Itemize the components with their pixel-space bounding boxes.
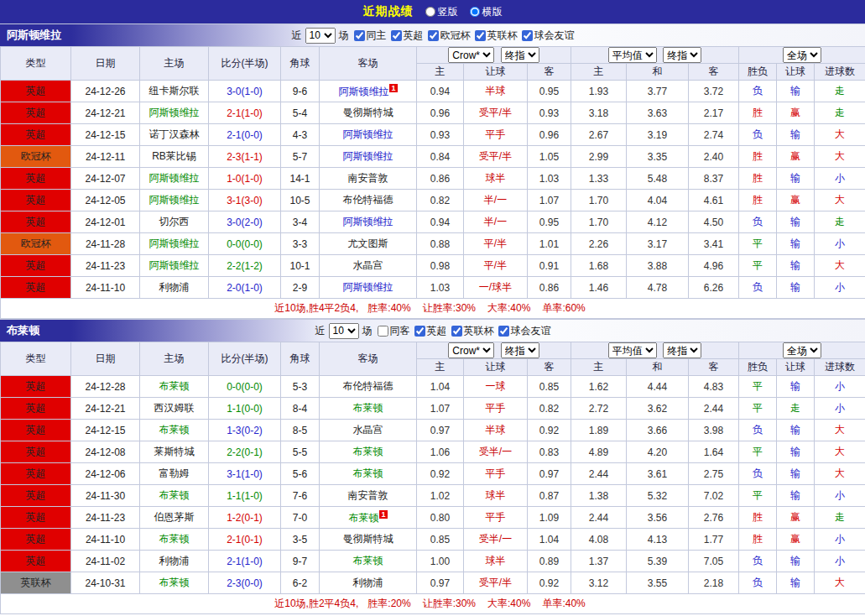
result-cell: 平 <box>739 255 777 277</box>
league-cell: 英超 <box>1 190 71 211</box>
col-header-euro-draw: 和 <box>627 359 689 376</box>
league-filter-1-checkbox[interactable] <box>428 30 439 41</box>
summary-rate: 单率:60% <box>542 302 585 314</box>
score-cell: 0-0(0-0) <box>209 376 281 398</box>
goals-result-cell: 走 <box>815 211 865 233</box>
euro-draw-odds-cell: 4.20 <box>627 441 689 463</box>
col-header-result: 胜负 <box>739 64 777 81</box>
league-filter-0-label: 英超 <box>404 29 424 43</box>
col-header-asia-home: 主 <box>417 64 464 81</box>
league-cell: 英超 <box>1 102 71 124</box>
league-filter-0-checkbox[interactable] <box>414 326 425 337</box>
recent-label: 近 <box>292 29 302 43</box>
col-header-type: 类型 <box>1 342 71 376</box>
corner-cell: 3-3 <box>281 233 320 255</box>
goals-result-cell: 大 <box>815 463 865 485</box>
same-venue-filter[interactable]: 同主 <box>350 29 387 43</box>
league-filter-0[interactable]: 英超 <box>387 29 424 43</box>
same-venue-filter-checkbox[interactable] <box>354 30 365 41</box>
asia-home-odds-cell: 0.93 <box>417 124 464 146</box>
col-header-home: 主场 <box>140 342 209 376</box>
league-filter-3[interactable]: 球会友谊 <box>518 29 575 43</box>
league-cell: 英超 <box>1 551 71 572</box>
layout-vertical-radio[interactable] <box>425 7 435 17</box>
euro-away-odds-cell: 2.75 <box>689 463 739 485</box>
league-filter-2[interactable]: 英联杯 <box>471 29 518 43</box>
table-row: 英超24-12-21西汉姆联1-1(0-0)8-4布莱顿1.07平手0.822.… <box>1 398 865 420</box>
col-header-date: 日期 <box>71 342 140 376</box>
layout-vertical-option[interactable]: 竖版 <box>425 5 458 19</box>
euro-away-odds-cell: 2.40 <box>689 146 739 168</box>
asia-home-odds-cell: 0.96 <box>417 102 464 124</box>
col-header-date: 日期 <box>71 47 140 81</box>
match-count-select[interactable]: 10 <box>305 28 336 44</box>
euro-time-select[interactable]: 终指 <box>663 342 701 358</box>
table-row: 英超24-12-01切尔西3-0(2-0)3-4阿斯顿维拉0.94半/一0.95… <box>1 211 865 233</box>
summary-rates: 胜率:20%让胜率:30%大率:40%单率:40% <box>362 598 591 609</box>
asia-time-select[interactable]: 终指 <box>501 47 539 63</box>
handicap-result-cell: 输 <box>777 551 815 572</box>
away-team-cell: 利物浦 <box>320 572 417 594</box>
league-cell: 英超 <box>1 124 71 146</box>
layout-horizontal-option[interactable]: 横版 <box>470 5 503 19</box>
same-venue-filter-checkbox[interactable] <box>378 326 388 337</box>
table-row: 英超24-11-10利物浦2-0(1-0)2-9阿斯顿维拉1.03一/球半0.8… <box>1 277 865 299</box>
asia-source-select[interactable]: Crow* <box>448 47 494 63</box>
topbar: 近期战绩 竖版 横版 <box>0 0 865 23</box>
date-cell: 24-11-30 <box>71 485 140 507</box>
euro-home-odds-cell: 1.37 <box>571 551 627 572</box>
asia-away-odds-cell: 0.96 <box>528 124 571 146</box>
league-filter-0[interactable]: 英超 <box>410 324 447 338</box>
col-header-score: 比分(半场) <box>209 47 281 81</box>
league-filter-2-checkbox[interactable] <box>498 326 509 337</box>
fulltime-select[interactable]: 全场 <box>783 342 821 358</box>
handicap-result-cell: 输 <box>777 277 815 299</box>
corner-cell: 2-9 <box>281 277 320 299</box>
away-team-cell: 阿斯顿维拉 <box>320 277 417 299</box>
euro-time-select[interactable]: 终指 <box>663 47 701 63</box>
league-filter-1[interactable]: 英联杯 <box>447 324 494 338</box>
date-cell: 24-12-15 <box>71 124 140 146</box>
euro-source-select[interactable]: 平均值 <box>608 342 657 358</box>
result-cell: 平 <box>739 441 777 463</box>
away-team-cell: 水晶宫 <box>320 420 417 441</box>
league-filter-3-checkbox[interactable] <box>522 30 533 41</box>
goals-result-cell: 小 <box>815 551 865 572</box>
asia-handicap-cell: 受半/一 <box>464 529 528 551</box>
red-card-badge: 1 <box>379 510 387 519</box>
result-cell: 平 <box>739 376 777 398</box>
layout-horizontal-radio[interactable] <box>470 7 480 17</box>
games-label: 场 <box>362 324 373 338</box>
asia-source-select[interactable]: Crow* <box>448 342 494 358</box>
fulltime-select[interactable]: 全场 <box>783 47 821 63</box>
euro-away-odds-cell: 8.37 <box>689 168 739 190</box>
league-cell: 英联杯 <box>1 572 71 594</box>
asia-handicap-cell: 半/一 <box>464 211 528 233</box>
recent-label: 近 <box>315 324 326 338</box>
result-cell: 胜 <box>739 102 777 124</box>
col-header-goals: 进球数 <box>815 359 865 376</box>
euro-home-odds-cell: 2.67 <box>571 124 627 146</box>
date-cell: 24-12-26 <box>71 81 140 102</box>
same-venue-filter[interactable]: 同客 <box>373 324 410 338</box>
result-cell: 负 <box>739 277 777 299</box>
asia-time-select[interactable]: 终指 <box>501 342 539 358</box>
league-filter-0-checkbox[interactable] <box>391 30 402 41</box>
handicap-result-cell: 赢 <box>777 529 815 551</box>
league-filter-1-checkbox[interactable] <box>451 326 462 337</box>
league-cell: 英超 <box>1 81 71 102</box>
euro-source-select[interactable]: 平均值 <box>608 47 657 63</box>
euro-home-odds-cell: 2.26 <box>571 233 627 255</box>
score-cell: 3-1(1-0) <box>209 463 281 485</box>
league-filter-2[interactable]: 球会友谊 <box>494 324 551 338</box>
league-filter-1[interactable]: 欧冠杯 <box>424 29 471 43</box>
goals-result-cell: 大 <box>815 255 865 277</box>
home-team-cell: 布莱顿 <box>140 376 209 398</box>
away-team-cell: 曼彻斯特城 <box>320 102 417 124</box>
handicap-result-cell: 输 <box>777 168 815 190</box>
home-team-cell: 布莱顿 <box>140 420 209 441</box>
handicap-result-cell: 输 <box>777 572 815 594</box>
asia-home-odds-cell: 1.03 <box>417 277 464 299</box>
league-filter-2-checkbox[interactable] <box>475 30 486 41</box>
match-count-select[interactable]: 10 <box>329 323 359 339</box>
